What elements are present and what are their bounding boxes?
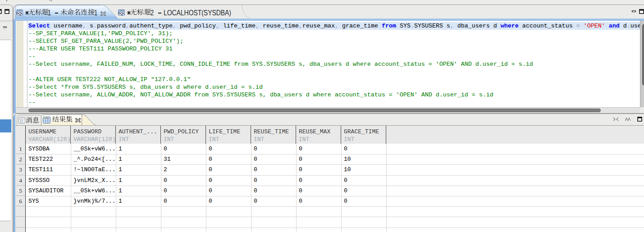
svg-text:SQL: SQL [16, 11, 23, 15]
